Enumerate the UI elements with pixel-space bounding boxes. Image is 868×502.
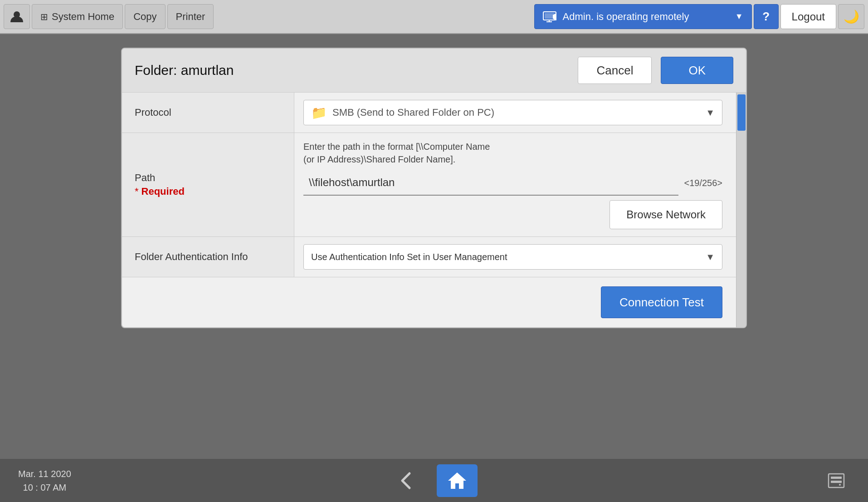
logout-button[interactable]: Logout	[780, 4, 836, 29]
auth-chevron-icon: ▼	[706, 252, 715, 262]
bottom-bar: Mar. 11 2020 10 : 07 AM	[0, 459, 868, 502]
auth-row: Folder Authentication Info Use Authentic…	[122, 237, 746, 277]
browse-network-label: Browse Network	[626, 208, 706, 221]
cancel-button[interactable]: Cancel	[578, 57, 652, 84]
help-button[interactable]: ?	[754, 4, 779, 29]
protocol-row: Protocol 📁 SMB (Send to Shared Folder on…	[122, 93, 746, 133]
dialog-folder-name: : amurtlan	[173, 63, 234, 78]
bottom-right	[823, 467, 850, 494]
folder-dialog: Folder: amurtlan Cancel OK Protocol 📁 SM…	[121, 48, 747, 328]
path-counter: <19/256>	[684, 178, 722, 188]
status-chevron-icon: ▼	[735, 12, 743, 21]
path-hint-line1: Enter the path in the format [\\Computer…	[303, 142, 490, 152]
svg-rect-7	[831, 481, 842, 483]
auth-label: Folder Authentication Info	[135, 251, 248, 263]
svg-point-8	[839, 484, 841, 486]
auth-dropdown[interactable]: Use Authentication Info Set in User Mana…	[303, 244, 722, 270]
system-home-label: System Home	[52, 11, 114, 23]
status-indicator[interactable]: Admin. is operating remotely ▼	[534, 4, 752, 29]
path-label: Path	[135, 172, 155, 184]
back-button[interactable]	[390, 464, 423, 497]
protocol-label: Protocol	[135, 107, 171, 118]
ok-label: OK	[688, 64, 706, 78]
help-label: ?	[762, 10, 770, 24]
copy-label: Copy	[133, 11, 156, 23]
folder-icon: 📁	[311, 105, 327, 120]
connection-test-row: Connection Test	[122, 277, 735, 327]
required-star: *	[135, 186, 139, 197]
protocol-chevron-icon: ▼	[706, 108, 715, 118]
storage-icon	[825, 469, 848, 492]
protocol-value: SMB (Send to Shared Folder on PC)	[332, 107, 494, 118]
home-icon	[446, 470, 468, 492]
protocol-label-cell: Protocol	[122, 93, 294, 133]
top-bar: ⊞ System Home Copy Printer Admin. is ope…	[0, 0, 868, 34]
cancel-label: Cancel	[596, 64, 633, 78]
dialog-title-main: Folder	[135, 63, 173, 78]
path-input[interactable]	[303, 170, 678, 196]
home-button[interactable]	[437, 464, 478, 497]
scroll-thumb	[737, 94, 746, 131]
svg-rect-6	[831, 477, 842, 479]
user-button[interactable]	[4, 4, 30, 29]
dialog-body: Protocol 📁 SMB (Send to Shared Folder on…	[122, 93, 746, 327]
required-text: Required	[141, 186, 185, 197]
path-content-cell: Enter the path in the format [\\Computer…	[294, 133, 735, 236]
path-label-cell: Path * Required	[122, 133, 294, 236]
connection-test-label: Connection Test	[619, 295, 704, 310]
system-home-button[interactable]: ⊞ System Home	[32, 4, 123, 29]
auth-label-cell: Folder Authentication Info	[122, 237, 294, 277]
browse-network-button[interactable]: Browse Network	[610, 200, 722, 229]
status-label: Admin. is operating remotely	[563, 11, 689, 23]
storage-button[interactable]	[823, 467, 850, 494]
protocol-content-cell: 📁 SMB (Send to Shared Folder on PC) ▼	[294, 93, 735, 133]
auth-value: Use Authentication Info Set in User Mana…	[311, 252, 507, 262]
night-mode-button[interactable]: 🌙	[838, 4, 864, 29]
path-row: Path * Required Enter the path in the fo…	[122, 133, 746, 237]
printer-button[interactable]: Printer	[167, 4, 214, 29]
grid-icon: ⊞	[40, 11, 48, 22]
connection-test-button[interactable]: Connection Test	[601, 286, 722, 318]
path-input-row: <19/256>	[303, 170, 722, 196]
user-icon	[10, 10, 24, 24]
remote-icon	[543, 11, 558, 22]
ok-button[interactable]: OK	[661, 57, 733, 84]
logout-label: Logout	[792, 10, 825, 23]
bottom-navigation	[390, 464, 478, 497]
dialog-scrollbar[interactable]	[736, 93, 746, 327]
back-icon	[395, 469, 419, 492]
moon-icon: 🌙	[844, 9, 859, 24]
dialog-title: Folder: amurtlan	[135, 63, 569, 78]
dialog-header: Folder: amurtlan Cancel OK	[122, 49, 746, 93]
copy-button[interactable]: Copy	[125, 4, 165, 29]
printer-label: Printer	[176, 11, 205, 23]
path-hint-line2: (or IP Address)\Shared Folder Name].	[303, 154, 455, 164]
required-indicator: * Required	[135, 186, 185, 197]
protocol-dropdown[interactable]: 📁 SMB (Send to Shared Folder on PC) ▼	[303, 100, 722, 125]
main-content: Folder: amurtlan Cancel OK Protocol 📁 SM…	[0, 34, 868, 459]
path-hint: Enter the path in the format [\\Computer…	[303, 140, 490, 166]
datetime-display: Mar. 11 2020 10 : 07 AM	[18, 467, 71, 494]
auth-content-cell: Use Authentication Info Set in User Mana…	[294, 237, 735, 277]
time-label: 10 : 07 AM	[18, 481, 71, 494]
date-label: Mar. 11 2020	[18, 467, 71, 481]
